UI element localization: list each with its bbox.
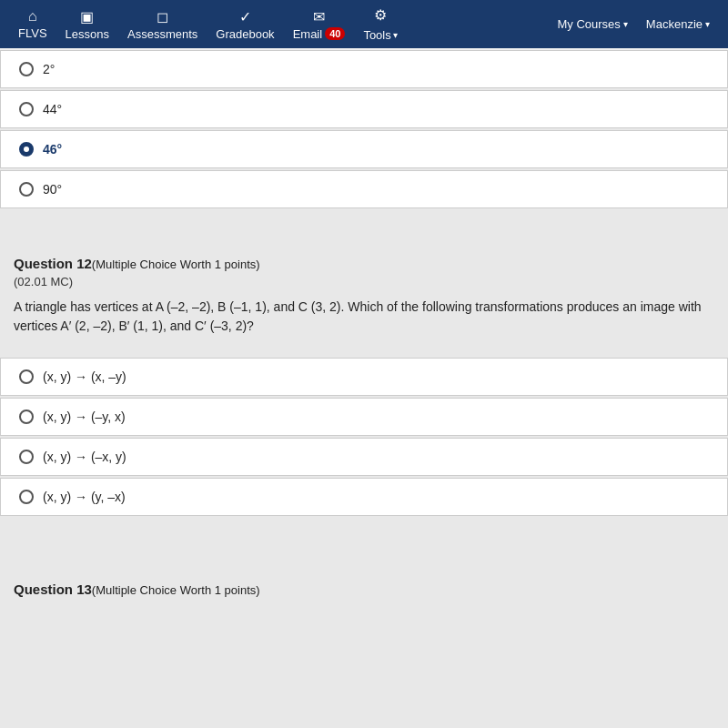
my-courses-dropdown-arrow: ▾	[623, 19, 628, 29]
prev-option-2[interactable]: 44°	[0, 90, 728, 128]
email-icon: ✉	[313, 8, 325, 25]
q12-option-2[interactable]: (x, y) → (–y, x)	[0, 398, 728, 436]
question-12-block: Question 12(Multiple Choice Worth 1 poin…	[0, 238, 728, 356]
nav-email-label: Email	[293, 27, 323, 41]
nav-gradebook-label: Gradebook	[216, 27, 274, 41]
question-12-body: A triangle has vertices at A (–2, –2), B…	[14, 298, 714, 336]
prev-option-2-text: 44°	[43, 102, 62, 116]
q12-option-1[interactable]: (x, y) → (x, –y)	[0, 358, 728, 396]
nav-lessons[interactable]: ▣ Lessons	[56, 0, 118, 48]
radio-prev-4	[19, 182, 34, 197]
my-courses-label: My Courses	[558, 17, 621, 31]
q12-option-3-text: (x, y) → (–x, y)	[43, 450, 126, 464]
gradebook-icon: ✓	[239, 8, 251, 25]
q12-option-1-text: (x, y) → (x, –y)	[43, 369, 126, 384]
question-12-title: Question 12(Multiple Choice Worth 1 poin…	[14, 256, 714, 271]
q12-option-2-text: (x, y) → (–y, x)	[43, 410, 126, 424]
lessons-icon: ▣	[80, 8, 94, 25]
nav-lessons-label: Lessons	[66, 27, 109, 41]
tools-icon: ⚙	[374, 6, 387, 24]
question-13-block: Question 13(Multiple Choice Worth 1 poin…	[0, 563, 728, 610]
nav-tools[interactable]: ⚙ Tools ▾	[354, 0, 406, 48]
q12-option-4[interactable]: (x, y) → (y, –x)	[0, 478, 728, 516]
question-12-code: (02.01 MC)	[14, 275, 714, 288]
user-dropdown-arrow: ▾	[705, 19, 710, 29]
main-content: 2° 44° 46° 90° Question 12(Multiple Choi…	[0, 50, 728, 728]
nav-tools-label: Tools	[363, 28, 390, 42]
radio-prev-3	[19, 142, 34, 157]
nav-gradebook[interactable]: ✓ Gradebook	[207, 0, 283, 48]
prev-option-3[interactable]: 46°	[0, 130, 728, 168]
nav-flvs-label: FLVS	[18, 26, 47, 40]
prev-option-1-text: 2°	[43, 62, 55, 76]
nav-assessments[interactable]: ◻ Assessments	[118, 0, 207, 48]
nav-my-courses[interactable]: My Courses ▾	[549, 0, 637, 48]
nav-email[interactable]: ✉ Email 40	[284, 0, 355, 48]
prev-option-3-text: 46°	[43, 142, 62, 157]
radio-q12-2	[19, 410, 34, 424]
home-icon: ⌂	[28, 8, 37, 25]
question-13-title: Question 13(Multiple Choice Worth 1 poin…	[14, 581, 714, 597]
assessments-icon: ◻	[157, 8, 168, 25]
prev-option-4[interactable]: 90°	[0, 170, 728, 208]
tools-dropdown-arrow: ▾	[393, 30, 398, 40]
user-name-label: Mackenzie	[646, 17, 703, 31]
email-badge: 40	[325, 27, 345, 40]
nav-user[interactable]: Mackenzie ▾	[637, 0, 719, 48]
radio-q12-4	[19, 490, 34, 504]
navbar: ⌂ FLVS ▣ Lessons ◻ Assessments ✓ Gradebo…	[0, 0, 728, 48]
nav-flvs[interactable]: ⌂ FLVS	[9, 0, 56, 48]
prev-option-1[interactable]: 2°	[0, 50, 728, 88]
nav-assessments-label: Assessments	[127, 27, 197, 41]
radio-prev-2	[19, 102, 34, 116]
radio-q12-3	[19, 450, 34, 464]
radio-prev-1	[19, 62, 34, 76]
q12-option-4-text: (x, y) → (y, –x)	[43, 490, 126, 504]
radio-q12-1	[19, 369, 34, 384]
prev-question-options: 2° 44° 46° 90°	[0, 50, 728, 208]
q12-option-3[interactable]: (x, y) → (–x, y)	[0, 438, 728, 476]
question-12-options: (x, y) → (x, –y) (x, y) → (–y, x) (x, y)…	[0, 358, 728, 516]
prev-option-4-text: 90°	[43, 182, 62, 197]
